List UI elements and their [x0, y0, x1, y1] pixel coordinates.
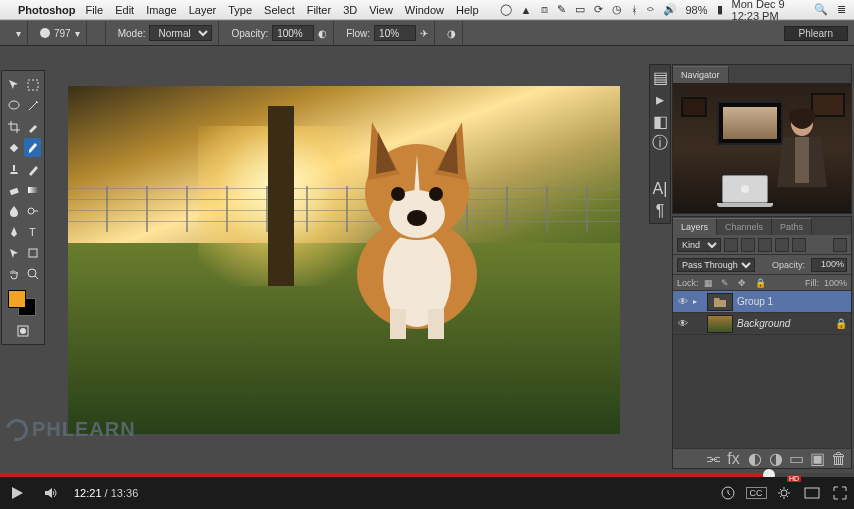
fill-input[interactable]: 100% — [824, 278, 847, 288]
paths-tab[interactable]: Paths — [772, 218, 812, 235]
menu-filter[interactable]: Filter — [307, 4, 331, 16]
battery-icon[interactable]: ▮ — [717, 3, 723, 16]
opacity-input[interactable]: 100% — [272, 25, 314, 41]
notification-center-icon[interactable]: ≣ — [837, 3, 846, 16]
menu-type[interactable]: Type — [228, 4, 252, 16]
blend-mode-select[interactable]: Normal — [149, 25, 212, 41]
filter-kind-select[interactable]: Kind — [677, 238, 721, 252]
layer-name[interactable]: Group 1 — [737, 296, 851, 307]
lock-all-icon[interactable]: 🔒 — [755, 277, 767, 289]
layer-blend-select[interactable]: Pass Through — [677, 258, 755, 272]
lock-position-icon[interactable]: ✥ — [738, 277, 750, 289]
watch-later-button[interactable] — [714, 477, 742, 509]
channels-tab[interactable]: Channels — [717, 218, 772, 235]
play-button[interactable] — [0, 477, 34, 509]
spotlight-icon[interactable]: 🔍 — [814, 3, 828, 16]
type-tool[interactable]: T — [24, 222, 41, 241]
properties-panel-icon[interactable]: ◧ — [650, 111, 670, 131]
new-layer-icon[interactable]: ▣ — [811, 452, 824, 465]
filter-toggle[interactable] — [833, 238, 847, 252]
wifi-icon[interactable]: ⌔ — [647, 4, 654, 16]
character-panel-icon[interactable]: A| — [650, 179, 670, 199]
fullscreen-button[interactable] — [826, 477, 854, 509]
info-panel-icon[interactable]: ⓘ — [650, 133, 670, 153]
theater-mode-button[interactable] — [798, 477, 826, 509]
healing-brush-tool[interactable] — [5, 138, 22, 157]
new-group-icon[interactable]: ▭ — [790, 452, 803, 465]
settings-button[interactable]: HD — [770, 477, 798, 509]
workspace-switcher[interactable]: Phlearn — [784, 26, 848, 41]
delete-layer-icon[interactable]: 🗑 — [832, 452, 845, 465]
pressure-opacity-icon[interactable]: ◐ — [318, 28, 327, 39]
paragraph-panel-icon[interactable]: ¶ — [650, 201, 670, 221]
filter-shape-icon[interactable] — [775, 238, 789, 252]
clone-stamp-tool[interactable] — [5, 159, 22, 178]
gradient-tool[interactable] — [24, 180, 41, 199]
move-tool[interactable] — [5, 75, 22, 94]
magic-wand-tool[interactable] — [24, 96, 41, 115]
evernote-icon[interactable]: ✎ — [557, 3, 566, 16]
cc-cloud-icon[interactable]: ◯ — [500, 3, 512, 16]
timemachine-icon[interactable]: ◷ — [612, 3, 622, 16]
volume-icon[interactable]: 🔊 — [663, 3, 677, 16]
app-name[interactable]: Photoshop — [18, 4, 75, 16]
visibility-toggle[interactable]: 👁 — [673, 318, 693, 329]
crop-tool[interactable] — [5, 117, 22, 136]
sync-icon[interactable]: ⟳ — [594, 3, 603, 16]
document-area[interactable] — [50, 66, 644, 443]
dodge-tool[interactable] — [24, 201, 41, 220]
battery-percent[interactable]: 98% — [686, 4, 708, 16]
adjustment-layer-icon[interactable]: ◑ — [769, 452, 782, 465]
eyedropper-tool[interactable] — [24, 117, 41, 136]
lock-transparent-icon[interactable]: ▦ — [704, 277, 716, 289]
navigator-tab[interactable]: Navigator — [673, 66, 729, 83]
flow-input[interactable]: 10% — [374, 25, 416, 41]
layers-tab[interactable]: Layers — [673, 218, 717, 235]
filter-pixel-icon[interactable] — [724, 238, 738, 252]
menu-image[interactable]: Image — [146, 4, 177, 16]
captions-button[interactable]: CC — [742, 477, 770, 509]
shape-tool[interactable] — [24, 243, 41, 262]
layer-row-background[interactable]: 👁 Background 🔒 — [673, 313, 851, 335]
filter-smart-icon[interactable] — [792, 238, 806, 252]
brush-panel-toggle[interactable] — [93, 21, 106, 45]
brush-picker[interactable]: 797 ▾ — [34, 21, 87, 45]
adobe-icon[interactable]: ▲ — [521, 4, 532, 16]
menu-help[interactable]: Help — [456, 4, 479, 16]
actions-panel-icon[interactable]: ▸ — [650, 89, 670, 109]
eraser-tool[interactable] — [5, 180, 22, 199]
hand-tool[interactable] — [5, 264, 22, 283]
menu-view[interactable]: View — [369, 4, 393, 16]
menu-edit[interactable]: Edit — [115, 4, 134, 16]
foreground-swatch[interactable] — [8, 290, 26, 308]
display-icon[interactable]: ▭ — [575, 3, 585, 16]
menu-layer[interactable]: Layer — [189, 4, 217, 16]
lasso-tool[interactable] — [5, 96, 22, 115]
menu-select[interactable]: Select — [264, 4, 295, 16]
filter-type-icon[interactable] — [758, 238, 772, 252]
color-swatches[interactable] — [4, 290, 42, 320]
disclosure-arrow[interactable]: ▸ — [693, 297, 703, 306]
quick-mask-toggle[interactable] — [14, 321, 33, 340]
bluetooth-icon[interactable]: ᚼ — [631, 4, 638, 16]
lock-image-icon[interactable]: ✎ — [721, 277, 733, 289]
airbrush-icon[interactable]: ✈ — [420, 28, 428, 39]
pressure-size-icon[interactable]: ◑ — [441, 21, 463, 45]
brush-tool[interactable] — [24, 138, 41, 157]
canvas[interactable] — [68, 86, 620, 434]
layer-opacity-input[interactable]: 100% — [811, 258, 847, 272]
menu-file[interactable]: File — [85, 4, 103, 16]
dropbox-icon[interactable]: ⧈ — [541, 3, 548, 16]
layer-mask-icon[interactable]: ◐ — [748, 452, 761, 465]
link-layers-icon[interactable]: ⫘ — [706, 452, 719, 465]
menu-window[interactable]: Window — [405, 4, 444, 16]
filter-adjust-icon[interactable] — [741, 238, 755, 252]
blur-tool[interactable] — [5, 201, 22, 220]
history-brush-tool[interactable] — [24, 159, 41, 178]
tool-preset-picker[interactable]: ▾ — [6, 21, 28, 45]
layer-style-icon[interactable]: fx — [727, 452, 740, 465]
layer-row-group1[interactable]: 👁 ▸ Group 1 — [673, 291, 851, 313]
zoom-tool[interactable] — [24, 264, 41, 283]
volume-button[interactable] — [34, 477, 68, 509]
visibility-toggle[interactable]: 👁 — [673, 296, 693, 307]
